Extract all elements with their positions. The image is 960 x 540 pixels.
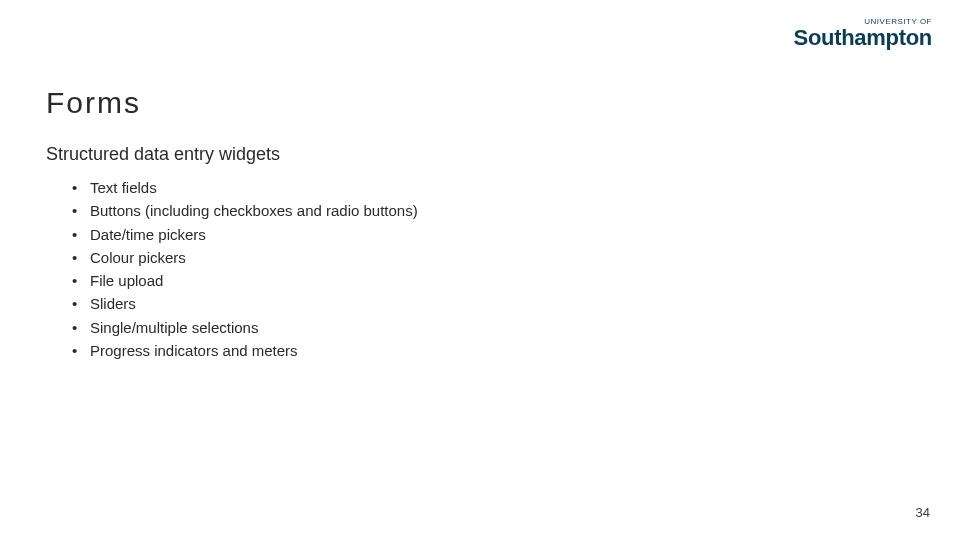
bullet-item: Colour pickers [72,246,418,269]
bullet-list: Text fields Buttons (including checkboxe… [72,176,418,362]
bullet-item: Buttons (including checkboxes and radio … [72,199,418,222]
bullet-item: Progress indicators and meters [72,339,418,362]
slide-title: Forms [46,86,141,120]
bullet-item: Text fields [72,176,418,199]
university-logo: UNIVERSITY OF Southampton [794,18,932,49]
bullet-item: Sliders [72,292,418,315]
bullet-item: Single/multiple selections [72,316,418,339]
logo-main-text: Southampton [794,25,932,50]
bullet-item: File upload [72,269,418,292]
slide-subtitle: Structured data entry widgets [46,144,280,165]
logo-main: Southampton [794,27,932,49]
page-number: 34 [916,505,930,520]
slide: UNIVERSITY OF Southampton Forms Structur… [0,0,960,540]
bullet-item: Date/time pickers [72,223,418,246]
